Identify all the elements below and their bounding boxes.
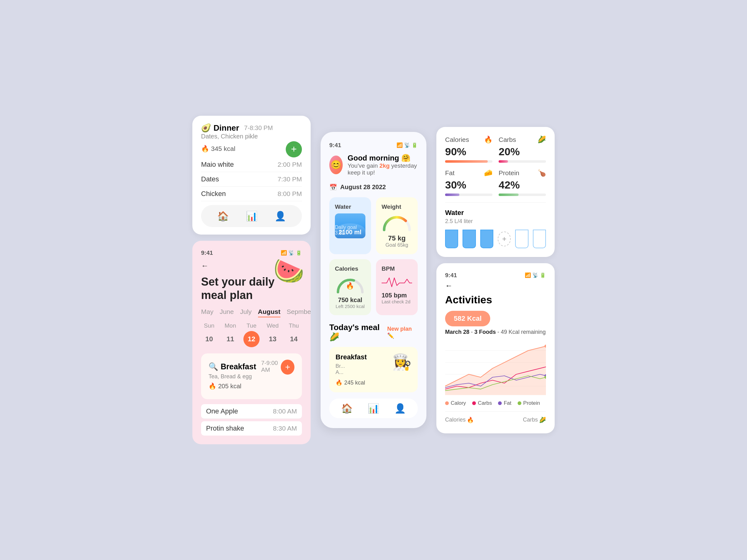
month-nav: May June July August Sepmber (201, 308, 302, 317)
breakfast-meal-card: Breakfast Br... A... 🔥 245 kcal 👩‍🍳 (329, 347, 418, 392)
wifi-icon: 📡 (532, 272, 538, 278)
dinner-subtitle: Dates, Chicken pikle (201, 133, 273, 140)
breakfast-subtitle: Tea, Bread & egg (209, 373, 281, 380)
weight-gauge (382, 213, 412, 232)
home-nav-icon[interactable]: 🏠 (217, 211, 229, 221)
breakfast-title: 🔍 Breakfast 7-9:00 AM (209, 359, 281, 373)
day-sun[interactable]: Sun 10 (201, 322, 217, 347)
legend-calory: Calory (445, 400, 466, 406)
breakfast-kcal: 🔥 205 kcal (209, 382, 294, 390)
flame-icon: 🔥 (336, 379, 342, 386)
activities-chart (445, 340, 546, 396)
day-mon[interactable]: Mon 11 (222, 322, 238, 347)
month-september[interactable]: Sepmber (287, 308, 311, 317)
week-days: Sun 10 Mon 11 Tue 12 Wed 13 Thu 14 (201, 322, 302, 347)
home-nav-icon[interactable]: 🏠 (341, 403, 353, 414)
legend-protein: Protein (518, 400, 540, 406)
carbs-icon-small: 🌽 (539, 417, 546, 423)
carbs-progress-fill (499, 160, 508, 163)
protein-icon: 🍗 (538, 169, 546, 177)
bottom-nav: 🏠 📊 👤 (201, 205, 302, 227)
chart-legend: Calory Carbs Fat Protein (445, 400, 546, 406)
water-visual: 2100 ml Daily goal 3.5L (335, 213, 365, 238)
activities-back-button[interactable]: ← (445, 281, 546, 290)
breakfast-add-button[interactable]: + (281, 359, 294, 375)
water-cup-1 (445, 230, 458, 248)
greeting-subtitle: You've gain 2kg yesterday keep it up! (348, 162, 418, 176)
nutrition-grid: Calories 🔥 90% Carbs 🌽 20% (445, 136, 546, 196)
calendar-icon: 📅 (329, 184, 337, 191)
todays-meal-header: Today's meal 🌽 New plan ✏️ (329, 323, 418, 342)
kcal-bubble: 582 Kcal (445, 311, 490, 326)
wifi-icon: 📡 (288, 250, 294, 256)
legend-fat: Fat (498, 400, 511, 406)
signal-icon: 📶 (525, 272, 531, 278)
status-icons: 📶 📡 🔋 (396, 142, 418, 149)
phone-bottom-nav: 🏠 📊 👤 (329, 399, 418, 418)
signal-icon: 📶 (281, 250, 287, 256)
profile-nav-icon[interactable]: 👤 (275, 211, 286, 221)
date-row: 📅 August 28 2022 (329, 184, 418, 191)
nutrition-card: Calories 🔥 90% Carbs 🌽 20% (436, 127, 555, 257)
breakfast-section: 🔍 Breakfast 7-9:00 AM Tea, Bread & egg +… (201, 353, 302, 399)
legend-dot-protein (518, 401, 521, 405)
meal-item: One Apple 8:00 AM (201, 404, 302, 419)
chart-nav-icon[interactable]: 📊 (367, 403, 379, 414)
signal-icon: 📶 (396, 142, 403, 148)
activities-status-bar: 9:41 📶 📡 🔋 (445, 272, 546, 279)
phone-status: 9:41 📶 📡 🔋 (201, 249, 302, 256)
day-wed[interactable]: Wed 13 (264, 322, 281, 347)
protein-progress-bg (499, 193, 546, 196)
month-june[interactable]: June (220, 308, 234, 317)
bottom-nutrition-row: Calories 🔥 Carbs 🌽 (445, 411, 546, 425)
status-icons: 📶 📡 🔋 (525, 272, 546, 279)
wifi-icon: 📡 (404, 142, 410, 148)
profile-nav-icon[interactable]: 👤 (394, 403, 406, 414)
nut-carbs: Carbs 🌽 20% (499, 136, 546, 163)
watermelon-illustration: 🍉 (273, 256, 304, 286)
activities-card: 9:41 📶 📡 🔋 ← Activities 582 Kcal March 2… (436, 263, 555, 433)
water-section: Water 2.5 L/4 liter + (445, 202, 546, 248)
water-stat-card: Water 2100 ml Daily goal 3.5L (329, 197, 371, 254)
battery-icon: 🔋 (411, 142, 418, 148)
water-cups: + (445, 230, 546, 248)
meal-item: Protin shake 8:30 AM (201, 421, 302, 435)
add-cup-button[interactable]: + (498, 232, 511, 246)
greeting-text: Good morning 🤗 You've gain 2kg yesterday… (348, 154, 418, 176)
meal-item: Dates 7:30 PM (201, 172, 302, 187)
nut-fat: Fat 🧀 30% (445, 169, 492, 196)
fire-icon: 🔥 (484, 136, 492, 144)
calories-stat-card: Calories 🔥 750 kcal Left 2500 kcal (329, 259, 371, 316)
weight-stat-card: Weight 75 kg (376, 197, 418, 254)
legend-dot-fat (498, 401, 502, 405)
day-tue-selected[interactable]: Tue 12 (243, 322, 260, 347)
calories-progress-bg (445, 160, 492, 163)
battery-icon: 🔋 (540, 272, 546, 278)
column-2: 9:41 📶 📡 🔋 😊 Good morning 🤗 You've gain … (320, 132, 427, 428)
water-cup-2 (463, 230, 475, 248)
chart-nav-icon[interactable]: 📊 (246, 211, 257, 221)
chart-meta: March 28 - 3 Foods - 49 Kcal remaining (445, 329, 546, 336)
new-plan-button[interactable]: New plan ✏️ (387, 326, 418, 339)
meal-item: Chicken 8:00 PM (201, 187, 302, 201)
bnr-calories: Calories 🔥 (445, 417, 474, 425)
avocado-icon: 🥑 (201, 123, 211, 133)
main-phone-card: 9:41 📶 📡 🔋 😊 Good morning 🤗 You've gain … (320, 132, 427, 428)
month-may[interactable]: May (201, 308, 213, 317)
dinner-add-button[interactable]: + (286, 141, 302, 157)
legend-dot-carbs (472, 401, 476, 405)
stats-grid: Water 2100 ml Daily goal 3.5L Weight (329, 197, 418, 316)
day-thu[interactable]: Thu 14 (286, 322, 302, 347)
status-bar: 9:41 📶 📡 🔋 (329, 142, 418, 149)
legend-dot-calory (445, 401, 449, 405)
dinner-kcal: 🔥 345 kcal (201, 145, 235, 153)
meal-plan-card: 9:41 📶 📡 🔋 ← Set your daily meal plan 🍉 … (192, 241, 311, 444)
month-august[interactable]: August (258, 308, 280, 317)
carbs-icon: 🌽 (538, 136, 546, 144)
meal-item: Maio white 2:00 PM (201, 157, 302, 172)
bcard-kcal: 🔥 245 kcal (336, 379, 367, 386)
water-cup-3 (480, 230, 493, 248)
carbs-progress-bg (499, 160, 546, 163)
month-july[interactable]: July (240, 308, 252, 317)
nut-calories: Calories 🔥 90% (445, 136, 492, 163)
